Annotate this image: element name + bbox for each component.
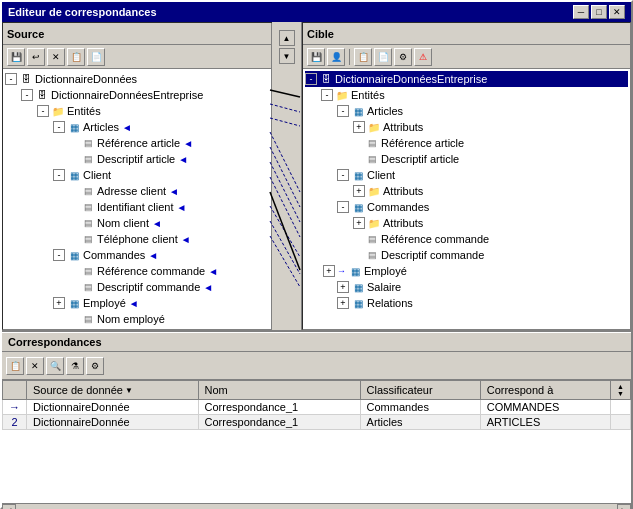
field-icon-9: ▤: [81, 312, 95, 326]
tree-item-identifiant[interactable]: ▤ Identifiant client ◄: [5, 199, 269, 215]
cible-attributs2[interactable]: + 📁 Attributs: [305, 183, 628, 199]
cible-entity-icon-5: ▦: [351, 280, 365, 294]
cible-warning-btn[interactable]: ⚠: [414, 48, 432, 66]
tree-item-ref-cmd[interactable]: ▤ Référence commande ◄: [5, 263, 269, 279]
cible-save-btn[interactable]: 💾: [307, 48, 325, 66]
cible-field-icon-2: ▤: [365, 152, 379, 166]
cible-ref-article[interactable]: ▤ Référence article: [305, 135, 628, 151]
cible-salaire[interactable]: + ▦ Salaire: [305, 279, 628, 295]
cible-field-icon-4: ▤: [365, 248, 379, 262]
source-undo-btn[interactable]: ↩: [27, 48, 45, 66]
correspondances-toolbar: 📋 ✕ 🔍 ⚗ ⚙: [2, 352, 631, 380]
row-source: DictionnaireDonnée: [27, 415, 199, 430]
table-row[interactable]: → DictionnaireDonnée Correspondance_1 Co…: [3, 400, 631, 415]
svg-line-3: [270, 147, 300, 207]
entity-icon: ▦: [67, 120, 81, 134]
tree-item-desc-article[interactable]: ▤ Descriptif article ◄: [5, 151, 269, 167]
source-tree[interactable]: - 🗄 DictionnaireDonnées - 🗄 Dictionnaire…: [3, 69, 271, 329]
cible-desc-article[interactable]: ▤ Descriptif article: [305, 151, 628, 167]
tree-item-dde[interactable]: - 🗄 DictionnaireDonnéesEntreprise: [5, 87, 269, 103]
tree-item-ref-article[interactable]: ▤ Référence article ◄: [5, 135, 269, 151]
table-row[interactable]: 2 DictionnaireDonnée Correspondance_1 Ar…: [3, 415, 631, 430]
cible-db-icon: 🗄: [319, 72, 333, 86]
cible-field-icon: ▤: [365, 136, 379, 150]
cible-entity-icon-2: ▦: [351, 168, 365, 182]
tree-label: Attributs: [383, 217, 423, 229]
tree-label: Attributs: [383, 185, 423, 197]
cible-paste-btn[interactable]: 📄: [374, 48, 392, 66]
cible-desc-cmd[interactable]: ▤ Descriptif commande: [305, 247, 628, 263]
tree-item-telephone[interactable]: ▤ Téléphone client ◄: [5, 231, 269, 247]
cible-client[interactable]: - ▦ Client: [305, 167, 628, 183]
horizontal-scrollbar[interactable]: ◄ ►: [2, 503, 631, 509]
tree-label: Attributs: [383, 121, 423, 133]
tree-item-employe[interactable]: + ▦ Employé ◄: [5, 295, 269, 311]
cible-commandes[interactable]: - ▦ Commandes: [305, 199, 628, 215]
scroll-up-btn[interactable]: ▲: [279, 30, 295, 46]
main-window: Editeur de correspondances ─ □ ✕ Source …: [0, 0, 633, 509]
cible-panel: Cible 💾 👤 📋 📄 ⚙ ⚠ - 🗄 DictionnaireDonnée…: [302, 22, 631, 330]
tree-item-desc-cmd[interactable]: ▤ Descriptif commande ◄: [5, 279, 269, 295]
cible-relations[interactable]: + ▦ Relations: [305, 295, 628, 311]
minimize-button[interactable]: ─: [573, 5, 589, 19]
tree-item-commandes[interactable]: - ▦ Commandes ◄: [5, 247, 269, 263]
col-nom-header[interactable]: Nom: [198, 381, 360, 400]
cible-field-icon-3: ▤: [365, 232, 379, 246]
field-icon-6: ▤: [81, 232, 95, 246]
tree-label: Identifiant client: [97, 201, 173, 213]
corr-sort-btn[interactable]: ⚙: [86, 357, 104, 375]
cible-tree[interactable]: - 🗄 DictionnaireDonnéesEntreprise - 📁 En…: [303, 69, 630, 329]
tree-item-client[interactable]: - ▦ Client: [5, 167, 269, 183]
svg-line-1: [270, 118, 300, 126]
scroll-right-btn[interactable]: ►: [617, 504, 631, 510]
tree-label: Descriptif commande: [381, 249, 484, 261]
corr-search-btn[interactable]: 🔍: [46, 357, 64, 375]
cible-entites[interactable]: - 📁 Entités: [305, 87, 628, 103]
correspondances-table-wrapper[interactable]: Source de donnée ▼ Nom Classificateur Co…: [2, 380, 631, 503]
tree-label: Employé: [364, 265, 407, 277]
cible-user-btn[interactable]: 👤: [327, 48, 345, 66]
cible-copy-btn[interactable]: 📋: [354, 48, 372, 66]
row-scroll: [611, 415, 631, 430]
folder-icon: 📁: [51, 104, 65, 118]
source-copy-btn[interactable]: 📋: [67, 48, 85, 66]
tree-item-entites[interactable]: - 📁 Entités: [5, 103, 269, 119]
tree-label: DictionnaireDonnéesEntreprise: [51, 89, 203, 101]
title-bar-buttons: ─ □ ✕: [573, 5, 625, 19]
cible-toolbar: 💾 👤 📋 📄 ⚙ ⚠: [303, 45, 630, 69]
col-classif-header[interactable]: Classificateur: [360, 381, 480, 400]
cible-employe[interactable]: + → ▦ Employé: [305, 263, 628, 279]
cible-attributs1[interactable]: + 📁 Attributs: [305, 119, 628, 135]
cible-articles[interactable]: - ▦ Articles: [305, 103, 628, 119]
scroll-down-btn[interactable]: ▼: [279, 48, 295, 64]
cible-tree-root[interactable]: - 🗄 DictionnaireDonnéesEntreprise: [305, 71, 628, 87]
source-save-btn[interactable]: 💾: [7, 48, 25, 66]
tree-item-articles[interactable]: - ▦ Articles ◄: [5, 119, 269, 135]
corr-add-btn[interactable]: 📋: [6, 357, 24, 375]
tree-item-root[interactable]: - 🗄 DictionnaireDonnées: [5, 71, 269, 87]
cible-ref-cmd[interactable]: ▤ Référence commande: [305, 231, 628, 247]
source-paste-btn[interactable]: 📄: [87, 48, 105, 66]
tree-item-nom-employe[interactable]: ▤ Nom employé: [5, 311, 269, 327]
entity-icon-2: ▦: [67, 168, 81, 182]
svg-line-8: [270, 236, 300, 287]
col-scroll-header: ▲ ▼: [611, 381, 631, 400]
col-source-header[interactable]: Source de donnée ▼: [27, 381, 199, 400]
close-button[interactable]: ✕: [609, 5, 625, 19]
source-panel-label: Source: [7, 28, 44, 40]
source-delete-btn[interactable]: ✕: [47, 48, 65, 66]
row-source: DictionnaireDonnée: [27, 400, 199, 415]
scroll-left-btn[interactable]: ◄: [2, 504, 16, 510]
tree-item-nom[interactable]: ▤ Nom client ◄: [5, 215, 269, 231]
corr-filter-btn[interactable]: ⚗: [66, 357, 84, 375]
tree-item-adresse[interactable]: ▤ Adresse client ◄: [5, 183, 269, 199]
corr-delete-btn[interactable]: ✕: [26, 357, 44, 375]
cible-settings-btn[interactable]: ⚙: [394, 48, 412, 66]
col-correspond-header[interactable]: Correspond à: [480, 381, 610, 400]
source-toolbar: 💾 ↩ ✕ 📋 📄: [3, 45, 271, 69]
row-nom: Correspondance_1: [198, 400, 360, 415]
maximize-button[interactable]: □: [591, 5, 607, 19]
svg-line-7: [270, 221, 300, 274]
svg-line-10: [270, 90, 300, 97]
cible-attributs3[interactable]: + 📁 Attributs: [305, 215, 628, 231]
